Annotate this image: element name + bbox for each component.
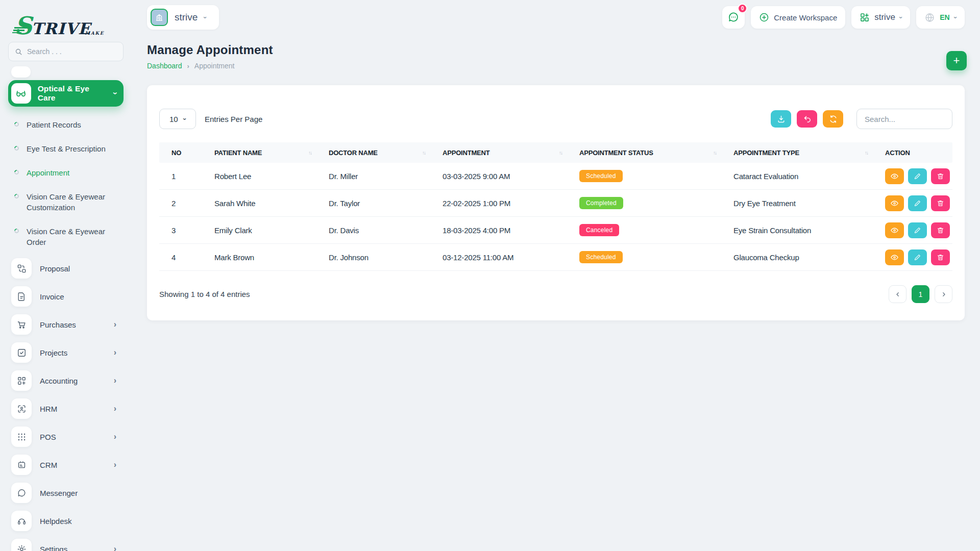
next-page-button[interactable] (935, 285, 952, 303)
view-button[interactable] (885, 249, 904, 265)
bullet-icon (13, 228, 20, 234)
cell-no: 1 (159, 172, 202, 181)
sidebar-item-appointment[interactable]: Appointment (14, 161, 124, 185)
cell-patient-name: Robert Lee (202, 172, 316, 181)
view-button[interactable] (885, 168, 904, 184)
top-bar-actions: 0 Create Workspace strive › EN › (722, 6, 965, 29)
sidebar-item-hrm[interactable]: HRM › (8, 398, 124, 419)
export-button[interactable] (771, 110, 791, 128)
edit-button[interactable] (908, 195, 927, 211)
sidebar-item-helpdesk[interactable]: Helpdesk (8, 511, 124, 531)
brand-logo[interactable]: S TRIVE MAKE (8, 5, 124, 37)
pencil-icon (914, 172, 921, 180)
sidebar-item-label: Vision Care & Eyewear Order (27, 226, 124, 247)
main-content: strive › 0 Create Workspace strive › EN … (132, 0, 980, 551)
messages-button[interactable]: 0 (722, 6, 745, 29)
search-icon (15, 48, 22, 56)
sort-icon[interactable]: ↑↓ (713, 150, 716, 156)
table-header-row: NO PATIENT NAME↑↓ DOCTOR NAME↑↓ APPOINTM… (159, 142, 952, 163)
cell-appointment: 03-12-2025 11:00 AM (430, 253, 567, 262)
sidebar-item-vision-care-eyewear-customization[interactable]: Vision Care & Eyewear Customization (14, 185, 124, 219)
delete-button[interactable] (931, 222, 950, 238)
cell-doctor-name: Dr. Miller (316, 172, 430, 181)
sidebar-item-label: Helpdesk (40, 517, 72, 525)
view-button[interactable] (885, 222, 904, 238)
previous-page-button[interactable] (889, 285, 906, 303)
sidebar-module-optical-eye-care[interactable]: Optical & Eye Care › (8, 80, 124, 107)
breadcrumb-dashboard-link[interactable]: Dashboard (147, 62, 182, 70)
sidebar-item-accounting[interactable]: Accounting › (8, 370, 124, 391)
sidebar-item-vision-care-eyewear-order[interactable]: Vision Care & Eyewear Order (14, 219, 124, 254)
sidebar-item-eye-test-prescription[interactable]: Eye Test & Prescription (14, 137, 124, 161)
sort-icon[interactable]: ↑↓ (422, 150, 425, 156)
page-1-button[interactable]: 1 (912, 285, 929, 303)
delete-button[interactable] (931, 168, 950, 184)
status-badge: Canceled (579, 224, 619, 236)
eye-icon (890, 226, 899, 235)
entries-per-page-select[interactable]: 10 › (159, 109, 196, 129)
view-button[interactable] (885, 195, 904, 211)
sidebar-item-label: POS (40, 433, 56, 441)
sidebar-item-pos[interactable]: POS › (8, 427, 124, 447)
delete-button[interactable] (931, 195, 950, 211)
sidebar-item-label: CRM (40, 461, 57, 469)
account-name: strive (874, 12, 895, 22)
cell-appointment-type: Dry Eye Treatment (721, 199, 873, 208)
checkbox-icon (11, 342, 32, 363)
dots-grid-icon (11, 427, 32, 447)
sidebar: S TRIVE MAKE Optical & Eye Care › Patien… (0, 0, 132, 551)
sidebar-search[interactable] (8, 42, 124, 61)
column-header-doctor-name: DOCTOR NAME↑↓ (316, 149, 430, 157)
refresh-button[interactable] (823, 110, 843, 128)
cell-no: 2 (159, 199, 202, 208)
breadcrumb: Dashboard › Appointment (147, 62, 965, 70)
logo-speed-lines-icon (12, 27, 28, 33)
column-header-appointment-status: APPOINTMENT STATUS↑↓ (567, 149, 721, 157)
showing-entries-text: Showing 1 to 4 of 4 entries (159, 290, 250, 298)
create-workspace-button[interactable]: Create Workspace (751, 6, 845, 29)
cell-doctor-name: Dr. Davis (316, 226, 430, 235)
trash-icon (937, 227, 944, 234)
cell-appointment-type: Cataract Evaluation (721, 172, 873, 181)
language-code: EN (940, 13, 949, 21)
table-row: 2 Sarah White Dr. Taylor 22-02-2025 1:00… (159, 190, 952, 217)
sidebar-item-label: Invoice (40, 292, 64, 301)
sort-icon[interactable]: ↑↓ (308, 150, 311, 156)
column-header-patient-name: PATIENT NAME↑↓ (202, 149, 316, 157)
chevron-down-icon: › (111, 92, 119, 94)
sidebar-item-label: Messenger (40, 489, 78, 497)
sidebar-search-input[interactable] (27, 47, 117, 56)
edit-button[interactable] (908, 249, 927, 265)
sidebar-item-proposal[interactable]: Proposal (8, 258, 124, 279)
sort-icon[interactable]: ↑↓ (865, 150, 868, 156)
eye-icon (890, 172, 899, 181)
add-appointment-button[interactable]: + (946, 51, 967, 70)
workspace-selector[interactable]: strive › (147, 5, 219, 30)
sidebar-item-label: Accounting (40, 377, 78, 385)
sidebar-item-crm[interactable]: CRM › (8, 455, 124, 475)
language-selector[interactable]: EN › (916, 6, 965, 29)
reset-button[interactable] (797, 110, 817, 128)
sidebar-item-patient-records[interactable]: Patient Records (14, 113, 124, 137)
edit-button[interactable] (908, 222, 927, 238)
sidebar-item-purchases[interactable]: Purchases › (8, 314, 124, 335)
globe-icon (924, 12, 935, 23)
eye-icon (890, 253, 899, 262)
edit-button[interactable] (908, 168, 927, 184)
sidebar-item-messenger[interactable]: Messenger (8, 483, 124, 503)
status-badge: Scheduled (579, 170, 623, 182)
table-row: 1 Robert Lee Dr. Miller 03-03-2025 9:00 … (159, 163, 952, 190)
table-search-input[interactable] (856, 109, 952, 129)
account-menu[interactable]: strive › (851, 6, 910, 29)
chevron-right-icon (941, 291, 947, 297)
chevron-right-icon: › (114, 377, 116, 385)
sidebar-item-label: HRM (40, 405, 57, 413)
delete-button[interactable] (931, 249, 950, 265)
sidebar-item-invoice[interactable]: Invoice (8, 286, 124, 307)
scrolled-item-tile (11, 66, 31, 78)
undo-arrow-icon (803, 115, 812, 123)
sidebar-item-projects[interactable]: Projects › (8, 342, 124, 363)
sort-icon[interactable]: ↑↓ (559, 150, 562, 156)
sidebar-item-settings[interactable]: Settings › (8, 539, 124, 551)
sidebar-item-label: Purchases (40, 320, 76, 329)
